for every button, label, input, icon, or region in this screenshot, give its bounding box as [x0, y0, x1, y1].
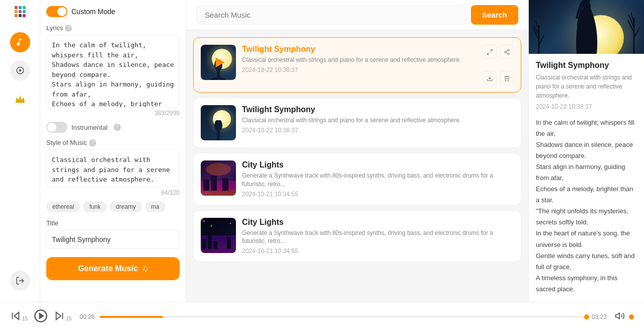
music-card-4[interactable]: City Lights Generate a Synthwave track w…	[193, 210, 521, 263]
music-title-1: Twilight Symphony	[242, 45, 476, 54]
music-desc-1: Classical orchestral with strings and pi…	[242, 56, 476, 64]
music-info-4: City Lights Generate a Synthwave track w…	[242, 218, 514, 255]
expand-icon-1[interactable]	[482, 45, 497, 59]
music-desc-3: Generate a Synthwave track with 80s-insp…	[242, 172, 514, 189]
svg-line-12	[506, 52, 508, 53]
card-actions-1	[482, 45, 514, 85]
right-title: Twilight Symphony	[536, 61, 637, 70]
progress-bar[interactable]	[100, 316, 587, 318]
play-icon[interactable]	[34, 309, 48, 325]
thumb-2	[201, 105, 236, 140]
tag-funk[interactable]: funk	[83, 201, 107, 212]
search-input[interactable]	[196, 5, 466, 25]
lyrics-char-count: 383/2999	[46, 110, 180, 117]
right-description: Classical orchestral with strings and pi…	[536, 73, 637, 100]
svg-marker-33	[56, 312, 61, 319]
generate-button[interactable]: Generate Music ♫	[46, 257, 180, 280]
music-info-2: Twilight Symphony Classical orchestral w…	[242, 105, 514, 134]
title-label: Title	[46, 219, 180, 227]
volume-icon[interactable]	[615, 311, 625, 323]
custom-mode-label: Custom Mode	[71, 8, 115, 16]
instrumental-toggle[interactable]	[46, 122, 67, 133]
music-info-3: City Lights Generate a Synthwave track w…	[242, 160, 514, 198]
style-label: Style of Music	[46, 139, 87, 146]
title-input[interactable]	[46, 230, 180, 249]
total-time: 03:23	[592, 313, 607, 320]
svg-marker-29	[14, 312, 19, 319]
download-icon-1[interactable]	[482, 71, 497, 85]
player-controls: 15 15	[10, 309, 71, 325]
music-card-1[interactable]: Twilight Symphony Classical orchestral w…	[193, 37, 521, 93]
music-note-icon-btn: ♫	[142, 264, 148, 273]
right-content: Twilight Symphony Classical orchestral w…	[529, 54, 644, 302]
music-desc-4: Generate a Synthwave track with 80s-insp…	[242, 229, 514, 246]
player-bar: 15 15 00:26 03:23	[0, 302, 644, 331]
style-info-icon[interactable]: ?	[89, 139, 96, 146]
search-button[interactable]: Search	[471, 5, 518, 25]
forward-icon[interactable]	[54, 310, 65, 323]
search-bar: Search	[186, 0, 528, 30]
sidebar	[0, 0, 40, 302]
lyrics-textarea[interactable]: In the calm of twilight, whispers fill t…	[46, 35, 180, 108]
tag-ethereal[interactable]: ethereal	[46, 201, 80, 212]
music-info-1: Twilight Symphony Classical orchestral w…	[242, 45, 476, 73]
svg-point-16	[214, 120, 222, 131]
svg-marker-2	[15, 96, 24, 103]
thumb-4	[201, 218, 236, 253]
music-note-icon[interactable]	[10, 32, 30, 52]
music-date-3: 2024-10-21 10:34:55	[242, 191, 514, 198]
svg-marker-35	[616, 313, 620, 319]
style-textarea[interactable]: Classical orchestral with strings and pi…	[46, 149, 180, 187]
music-title-3: City Lights	[242, 160, 514, 170]
progress-fill	[100, 316, 163, 318]
music-date-2: 2024-10-22 10:38:37	[242, 127, 514, 134]
right-lyrics: In the calm of twilight, whispers fill t…	[536, 117, 637, 295]
right-date: 2024-10-22 10:38:37	[536, 103, 637, 110]
music-date-1: 2024-10-22 10:38:37	[242, 66, 476, 73]
current-time: 00:26	[79, 313, 95, 320]
tag-dreamy[interactable]: dreamy	[110, 201, 142, 212]
music-desc-2: Classical orchestral with strings and pi…	[242, 116, 514, 125]
tag-more[interactable]: ma	[145, 201, 166, 212]
delete-icon-1[interactable]	[500, 71, 514, 85]
lyrics-info-icon[interactable]: ?	[65, 25, 72, 32]
music-title-2: Twilight Symphony	[242, 105, 514, 114]
forward-seconds: 15	[66, 316, 71, 321]
svg-marker-32	[40, 313, 43, 318]
music-date-4: 2024-10-21 10:34:55	[242, 247, 514, 255]
logout-icon[interactable]	[10, 271, 30, 291]
music-card-2[interactable]: Twilight Symphony Classical orchestral w…	[193, 98, 521, 148]
instrumental-label: Instrumental	[71, 124, 108, 131]
style-char-count: 84/120	[46, 189, 180, 196]
rewind-icon[interactable]	[10, 310, 21, 323]
custom-mode-toggle[interactable]	[46, 6, 67, 17]
svg-point-1	[19, 69, 21, 72]
music-list: Twilight Symphony Classical orchestral w…	[186, 30, 528, 302]
progress-thumb	[584, 314, 589, 319]
crown-icon[interactable]	[10, 89, 30, 109]
volume-area	[615, 311, 634, 323]
music-card-3[interactable]: City Lights Generate a Synthwave track w…	[193, 153, 521, 205]
svg-line-7	[490, 49, 492, 51]
svg-line-8	[487, 52, 489, 54]
right-panel: Twilight Symphony Classical orchestral w…	[528, 0, 644, 302]
thumb-1	[201, 45, 236, 80]
center-panel: Search Twilight Symphony Classical orche…	[186, 0, 528, 302]
tags-row: ethereal funk dreamy ma	[46, 201, 180, 212]
album-art	[529, 0, 644, 54]
grid-icon[interactable]	[15, 6, 26, 17]
music-disc-icon[interactable]	[10, 60, 30, 80]
svg-point-9	[508, 49, 509, 51]
thumb-3	[201, 160, 236, 196]
music-title-4: City Lights	[242, 218, 514, 227]
left-panel: Custom Mode Lyrics ? In the calm of twil…	[40, 0, 186, 302]
volume-dot[interactable]	[629, 314, 634, 319]
svg-point-11	[508, 53, 509, 54]
svg-line-25	[634, 28, 639, 38]
svg-point-10	[504, 51, 506, 52]
svg-line-13	[506, 50, 508, 51]
share-icon-1[interactable]	[500, 45, 514, 59]
lyrics-label: Lyrics ?	[46, 24, 180, 32]
instrumental-info-icon[interactable]: ?	[114, 124, 121, 131]
rewind-seconds: 15	[22, 316, 28, 321]
